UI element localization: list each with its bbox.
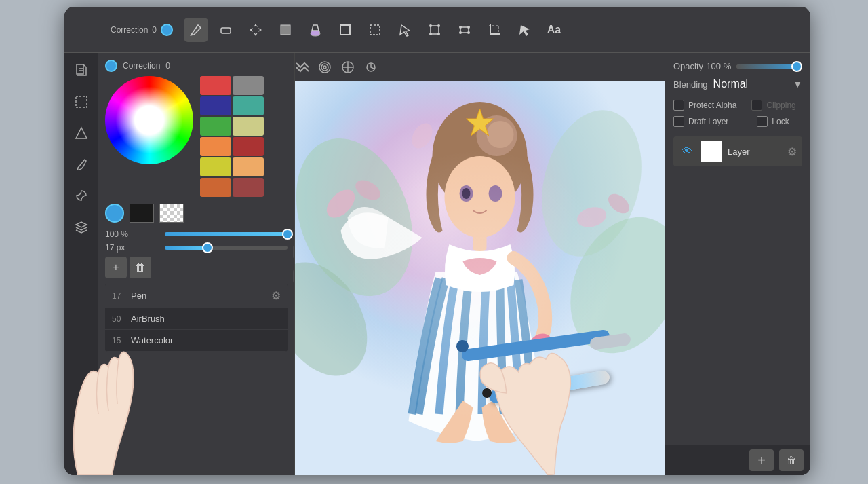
brush-item-airbrush[interactable]: 50 AirBrush — [105, 308, 288, 330]
select-tool-button[interactable] — [393, 18, 417, 42]
transform-tool-button[interactable] — [422, 18, 447, 42]
swatch-teal[interactable] — [233, 96, 264, 115]
correction-value: 0 — [152, 25, 157, 35]
delete-brush-button[interactable]: 🗑 — [130, 257, 151, 278]
redo-icon[interactable] — [69, 414, 94, 439]
rectangle-tool-button[interactable] — [333, 18, 357, 42]
swatch-maroon[interactable] — [233, 178, 264, 197]
lock-label: Lock — [772, 117, 789, 126]
layers-icon[interactable] — [69, 215, 94, 239]
swatch-grid — [200, 76, 264, 197]
delete-layer-button[interactable]: 🗑 — [779, 449, 804, 471]
color-wheel[interactable] — [105, 76, 193, 164]
clipping-label: Clipping — [766, 100, 795, 110]
color-picker-icon[interactable] — [69, 183, 94, 208]
svg-point-5 — [429, 24, 432, 27]
svg-point-11 — [467, 26, 470, 29]
swatch-green[interactable] — [200, 117, 231, 136]
color-wheel-container — [105, 76, 288, 197]
opacity-slider-thumb[interactable] — [791, 61, 802, 72]
text-tool-button[interactable]: Aa — [542, 18, 566, 42]
svg-point-13 — [459, 31, 462, 34]
deform-tool-button[interactable] — [452, 18, 477, 42]
brush-settings-pen[interactable]: ⚙ — [271, 289, 281, 302]
new-file-icon[interactable] — [69, 58, 94, 83]
snap-toggle-icon[interactable] — [361, 59, 380, 75]
opacity-thumb[interactable] — [282, 229, 293, 240]
layer-row[interactable]: 👁 Layer ⚙ — [673, 136, 802, 166]
snap-extra-icon[interactable] — [338, 59, 357, 75]
swatch-darkred[interactable] — [233, 137, 264, 156]
eraser-tool-button[interactable] — [214, 18, 238, 42]
layer-opacity-slider[interactable] — [736, 64, 802, 69]
svg-rect-4 — [431, 26, 439, 34]
pen-tool-button[interactable] — [184, 18, 208, 42]
opacity-label: 100 % — [105, 229, 159, 239]
brush-item-watercolor[interactable]: 15 Watercolor — [105, 330, 288, 352]
fill-icon[interactable] — [69, 121, 94, 145]
bucket-tool-button[interactable] — [303, 18, 328, 42]
brush-name-pen: Pen — [131, 291, 266, 301]
add-layer-button[interactable]: + — [749, 449, 774, 471]
correction-num: 0 — [165, 61, 170, 71]
svg-rect-3 — [370, 25, 380, 35]
snap-pattern-icon[interactable] — [292, 59, 311, 75]
color-wheel-inner — [115, 86, 183, 154]
swatch-red[interactable] — [200, 76, 231, 95]
canvas-area[interactable] — [295, 81, 665, 475]
correction-slider-thumb[interactable] — [161, 24, 173, 36]
brush-icon[interactable] — [69, 152, 94, 176]
brush-item-pen[interactable]: 17 Pen ⚙ — [105, 284, 288, 308]
protect-alpha-label: Protect Alpha — [688, 100, 736, 110]
select-arrow-button[interactable] — [512, 18, 536, 42]
correction-indicator — [105, 60, 117, 72]
svg-point-48 — [487, 121, 514, 148]
lock-checkbox[interactable] — [757, 116, 768, 127]
color-mode-button[interactable] — [105, 204, 124, 223]
svg-rect-9 — [460, 27, 469, 33]
add-brush-button[interactable]: + — [105, 257, 127, 278]
swatch-peach[interactable] — [233, 157, 264, 176]
svg-rect-31 — [77, 64, 83, 74]
background-color[interactable] — [159, 204, 184, 223]
svg-point-12 — [467, 31, 470, 34]
foreground-color[interactable] — [130, 204, 154, 223]
opacity-track[interactable] — [736, 64, 802, 69]
correction-display: Correction 0 — [105, 60, 288, 72]
move-tool-button[interactable] — [243, 18, 268, 42]
swatch-gray[interactable] — [233, 76, 264, 95]
swatch-yellow[interactable] — [233, 117, 264, 136]
svg-point-6 — [437, 24, 440, 27]
clipping-checkbox[interactable] — [751, 100, 762, 111]
layer-visibility-icon[interactable]: 👁 — [679, 143, 695, 160]
layer-settings-icon[interactable]: ⚙ — [787, 145, 797, 158]
blending-dropdown-icon[interactable]: ▼ — [793, 79, 802, 90]
opacity-fill — [165, 232, 288, 236]
undo-icon[interactable] — [69, 445, 94, 470]
width-track[interactable] — [165, 246, 288, 250]
opacity-track[interactable] — [165, 232, 288, 236]
snap-concentric-icon[interactable] — [315, 59, 334, 75]
checkboxes-area: Protect Alpha Clipping Draft Layer Lock — [673, 100, 802, 127]
draft-layer-label: Draft Layer — [688, 117, 728, 126]
layer-opacity-row: Opacity 100 % — [673, 61, 802, 71]
brush-list: 17 Pen ⚙ 50 AirBrush 15 Watercolor — [105, 284, 288, 352]
top-toolbar: Correction 0 — [64, 7, 810, 53]
svg-point-7 — [437, 33, 440, 35]
lasso-tool-button[interactable] — [363, 18, 387, 42]
swatch-lime[interactable] — [200, 157, 231, 176]
width-thumb[interactable] — [202, 242, 213, 253]
swatch-blue[interactable] — [200, 96, 231, 115]
protect-alpha-checkbox[interactable] — [673, 100, 684, 111]
shape-tool-button[interactable] — [273, 18, 298, 42]
crop-tool-button[interactable] — [482, 18, 507, 42]
brush-name-airbrush: AirBrush — [131, 314, 281, 324]
artwork-svg — [295, 81, 665, 475]
draft-layer-checkbox[interactable] — [673, 116, 684, 127]
selection-icon[interactable] — [69, 90, 94, 114]
color-preview-row — [105, 204, 288, 223]
swatch-orange[interactable] — [200, 137, 231, 156]
right-panel: Opacity 100 % Blending Normal ▼ Protect … — [665, 53, 810, 475]
swatch-brown[interactable] — [200, 178, 231, 197]
brush-num-watercolor: 15 — [112, 336, 125, 346]
